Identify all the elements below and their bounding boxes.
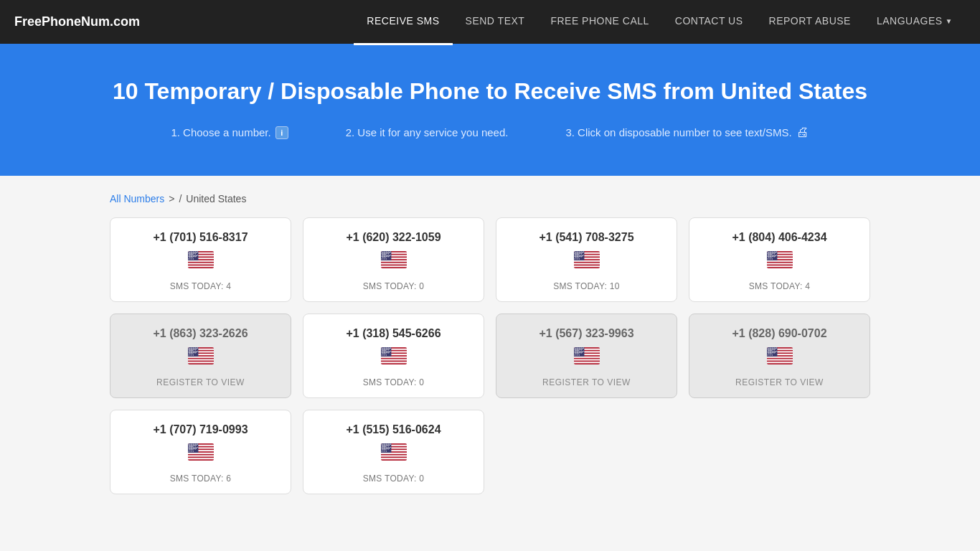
nav-item-report-abuse[interactable]: REPORT ABUSE bbox=[756, 0, 864, 45]
nav-link-receive-sms[interactable]: RECEIVE SMS bbox=[354, 0, 452, 45]
svg-point-104 bbox=[578, 254, 578, 255]
nav-link-free-phone-call[interactable]: FREE PHONE CALL bbox=[537, 0, 661, 43]
svg-point-75 bbox=[386, 255, 387, 256]
svg-point-67 bbox=[387, 255, 388, 255]
svg-rect-211 bbox=[381, 362, 407, 363]
svg-point-231 bbox=[387, 351, 388, 352]
svg-point-76 bbox=[388, 255, 389, 256]
svg-point-346 bbox=[192, 445, 192, 446]
nav-item-free-phone-call[interactable]: FREE PHONE CALL bbox=[537, 0, 661, 45]
svg-point-254 bbox=[574, 348, 575, 349]
breadcrumb-separator: > bbox=[169, 193, 174, 204]
svg-point-199 bbox=[195, 352, 196, 352]
svg-point-136 bbox=[767, 253, 768, 254]
svg-point-38 bbox=[188, 258, 189, 259]
phone-number: +1 (701) 516-8317 bbox=[119, 231, 282, 244]
nav-item-contact-us[interactable]: CONTACT US bbox=[662, 0, 756, 45]
svg-point-29 bbox=[190, 256, 191, 257]
svg-point-366 bbox=[188, 451, 189, 451]
phone-card[interactable]: +1 (515) 516-0624 SMS TODAY: 0 bbox=[303, 410, 484, 494]
svg-point-71 bbox=[385, 256, 386, 257]
svg-point-227 bbox=[385, 350, 385, 351]
svg-point-161 bbox=[767, 258, 768, 259]
svg-rect-45 bbox=[381, 260, 407, 262]
svg-point-340 bbox=[197, 444, 197, 445]
svg-point-70 bbox=[383, 256, 384, 257]
svg-point-33 bbox=[192, 255, 192, 256]
svg-point-364 bbox=[189, 449, 190, 450]
svg-point-157 bbox=[772, 255, 773, 256]
svg-point-117 bbox=[581, 255, 582, 256]
phone-card[interactable]: +1 (701) 516-8317 SMS TODAY: 4 bbox=[110, 217, 291, 302]
hero-step-3: 3. Click on disposable number to see tex… bbox=[565, 125, 809, 140]
svg-point-178 bbox=[190, 349, 191, 350]
nav-item-receive-sms[interactable]: RECEIVE SMS bbox=[354, 0, 452, 45]
us-flag-icon bbox=[188, 443, 214, 461]
svg-point-108 bbox=[580, 255, 581, 255]
svg-point-399 bbox=[385, 448, 386, 449]
svg-point-105 bbox=[574, 255, 575, 255]
phone-number: +1 (804) 406-4234 bbox=[698, 231, 861, 244]
svg-point-100 bbox=[578, 253, 578, 253]
brand-logo[interactable]: FreePhoneNum.com bbox=[14, 14, 140, 29]
hero-banner: 10 Temporary / Disposable Phone to Recei… bbox=[0, 44, 980, 176]
phone-card[interactable]: +1 (541) 708-3275 SMS TODAY: 10 bbox=[496, 217, 677, 302]
us-flag-icon bbox=[574, 251, 600, 268]
svg-point-394 bbox=[385, 447, 386, 448]
phone-card[interactable]: +1 (620) 322-1059 SMS TODAY: 0 bbox=[303, 217, 484, 302]
svg-rect-170 bbox=[188, 362, 214, 363]
svg-point-326 bbox=[769, 354, 770, 355]
svg-point-255 bbox=[576, 348, 577, 349]
svg-point-242 bbox=[385, 353, 385, 354]
svg-point-145 bbox=[771, 254, 771, 255]
hero-steps: 1. Choose a number. i 2. Use it for any … bbox=[14, 125, 966, 140]
phone-number: +1 (515) 516-0624 bbox=[312, 423, 475, 436]
svg-point-339 bbox=[194, 444, 195, 445]
nav-item-send-text[interactable]: SEND TEXT bbox=[453, 0, 538, 45]
svg-point-312 bbox=[771, 351, 772, 352]
svg-rect-292 bbox=[767, 359, 793, 361]
phone-card[interactable]: +1 (804) 406-4234 SMS TODAY: 4 bbox=[689, 217, 870, 302]
svg-point-25 bbox=[192, 255, 193, 255]
svg-point-314 bbox=[776, 351, 776, 352]
sms-count-label: SMS TODAY: 4 bbox=[119, 281, 282, 291]
svg-point-22 bbox=[192, 254, 192, 255]
svg-point-143 bbox=[774, 253, 775, 253]
svg-point-113 bbox=[580, 256, 581, 257]
svg-point-321 bbox=[772, 352, 773, 352]
nav-link-report-abuse[interactable]: REPORT ABUSE bbox=[756, 0, 864, 43]
svg-point-310 bbox=[767, 351, 768, 352]
svg-point-402 bbox=[385, 448, 385, 448]
register-to-view-label: REGISTER TO VIEW bbox=[698, 377, 861, 387]
svg-point-151 bbox=[767, 256, 768, 257]
svg-point-153 bbox=[771, 256, 772, 257]
svg-point-20 bbox=[195, 253, 196, 253]
svg-point-146 bbox=[767, 255, 768, 255]
svg-point-103 bbox=[575, 254, 576, 255]
svg-point-196 bbox=[189, 352, 190, 352]
svg-point-345 bbox=[189, 445, 190, 446]
svg-point-222 bbox=[382, 349, 383, 349]
nav-link-send-text[interactable]: SEND TEXT bbox=[453, 0, 538, 43]
us-flag-icon bbox=[188, 251, 214, 268]
phone-card[interactable]: +1 (318) 545-6266 SMS TODAY: 0 bbox=[303, 314, 484, 398]
phone-card: +1 (863) 323-2626 REGISTER TO VIEW bbox=[110, 314, 291, 398]
us-flag-icon bbox=[381, 251, 407, 268]
svg-point-238 bbox=[385, 352, 385, 352]
breadcrumb-all-numbers[interactable]: All Numbers bbox=[110, 193, 164, 204]
svg-point-404 bbox=[388, 448, 389, 448]
svg-point-301 bbox=[769, 349, 770, 350]
svg-point-11 bbox=[194, 252, 195, 253]
nav-item-languages[interactable]: LANGUAGES bbox=[864, 0, 966, 45]
svg-point-344 bbox=[194, 446, 195, 446]
svg-rect-5 bbox=[188, 263, 214, 265]
svg-point-141 bbox=[771, 253, 771, 253]
svg-point-284 bbox=[574, 354, 575, 355]
phone-card[interactable]: +1 (707) 719-0993 SMS TODAY: 6 bbox=[110, 410, 291, 494]
hero-step1-text: 1. Choose a number. bbox=[171, 126, 270, 138]
hero-step-2: 2. Use it for any service you need. bbox=[346, 125, 509, 140]
svg-point-122 bbox=[578, 258, 579, 259]
svg-point-160 bbox=[771, 257, 771, 258]
nav-link-languages[interactable]: LANGUAGES bbox=[864, 0, 966, 43]
nav-link-contact-us[interactable]: CONTACT US bbox=[662, 0, 756, 43]
